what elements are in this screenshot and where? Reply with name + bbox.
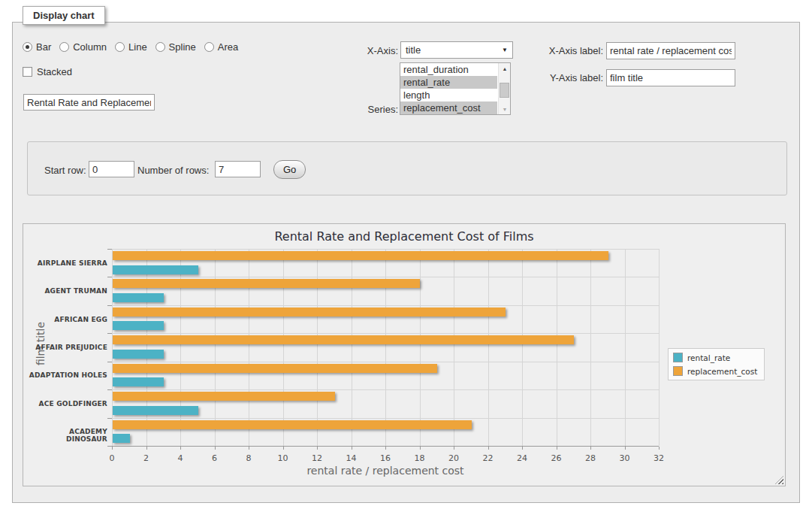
chart-plot-area: rental rate / replacement cost film titl… bbox=[112, 249, 659, 446]
chart-type-radio-area[interactable]: Area bbox=[204, 41, 238, 53]
start-row-input[interactable] bbox=[89, 161, 134, 177]
chart-title-input[interactable] bbox=[23, 94, 155, 111]
start-row-label: Start row: bbox=[44, 165, 86, 176]
row-range-panel: Start row: Number of rows: Go bbox=[27, 141, 787, 195]
x-axis-tick-label: 24 bbox=[511, 453, 533, 463]
scroll-up-icon[interactable]: ▲ bbox=[499, 63, 511, 74]
series-option-rental_rate[interactable]: rental_rate bbox=[400, 76, 497, 89]
bar-replacement_cost bbox=[113, 364, 437, 373]
chart-type-radio-spline[interactable]: Spline bbox=[155, 41, 196, 53]
radio-label: Line bbox=[128, 41, 147, 53]
series-option-replacement_cost[interactable]: replacement_cost bbox=[400, 101, 497, 114]
stacked-checkbox-row[interactable]: Stacked bbox=[23, 66, 72, 77]
x-axis-select-label: X-Axis: bbox=[353, 45, 398, 56]
legend-swatch-icon bbox=[673, 353, 683, 362]
x-axis-tick-label: 26 bbox=[545, 453, 568, 463]
gridline-vertical bbox=[215, 249, 216, 446]
series-list-scrollbar[interactable]: ▲ ▼ bbox=[498, 63, 510, 114]
x-axis-tick-label: 16 bbox=[374, 453, 397, 463]
x-axis-tick bbox=[557, 447, 557, 450]
series-option-rental_duration[interactable]: rental_duration bbox=[400, 63, 497, 76]
y-axis-tick bbox=[107, 249, 112, 250]
gridline-vertical bbox=[590, 249, 591, 446]
gridline-horizontal bbox=[112, 362, 659, 362]
category-label: AIRPLANE SIERRA bbox=[26, 259, 107, 267]
gridline-vertical bbox=[249, 249, 249, 446]
x-axis-tick bbox=[249, 447, 249, 450]
legend-label: rental_rate bbox=[687, 353, 730, 362]
series-option-length[interactable]: length bbox=[400, 89, 497, 101]
radio-icon[interactable] bbox=[115, 42, 125, 52]
x-axis-tick-label: 10 bbox=[272, 453, 294, 463]
x-axis-tick bbox=[625, 447, 626, 450]
x-axis-select[interactable]: title ▼ bbox=[400, 41, 513, 59]
stacked-label: Stacked bbox=[37, 66, 72, 77]
x-axis-selected-value: title bbox=[406, 44, 502, 56]
x-axis-tick bbox=[180, 447, 181, 450]
radio-label: Column bbox=[73, 41, 107, 53]
category-label: ACADEMY DINOSAUR bbox=[26, 428, 107, 443]
category-label: AFRICAN EGG bbox=[26, 316, 107, 323]
series-multiselect[interactable]: ▲ ▼ rental_durationrental_ratelengthrepl… bbox=[400, 62, 511, 115]
x-axis-tick bbox=[522, 447, 523, 450]
radio-icon[interactable] bbox=[59, 42, 69, 52]
resize-grip-icon[interactable] bbox=[775, 476, 783, 484]
x-axis-tick bbox=[659, 447, 660, 450]
gridline-vertical bbox=[522, 249, 523, 446]
bar-rental_rate bbox=[113, 406, 198, 415]
x-axis-tick-label: 12 bbox=[306, 453, 328, 463]
bar-rental_rate bbox=[113, 350, 164, 359]
go-button[interactable]: Go bbox=[273, 160, 306, 179]
gridline-vertical bbox=[180, 249, 181, 446]
y-axis-tick bbox=[107, 333, 112, 334]
category-label: AGENT TRUMAN bbox=[26, 287, 107, 295]
gridline-vertical bbox=[488, 249, 489, 446]
select-dropdown-icon: ▼ bbox=[502, 47, 508, 53]
x-axis-tick-label: 28 bbox=[579, 453, 602, 463]
x-axis-tick-label: 22 bbox=[477, 453, 500, 463]
x-axis-tick bbox=[420, 447, 421, 450]
number-of-rows-input[interactable] bbox=[215, 161, 261, 177]
x-axis-tick bbox=[215, 447, 216, 450]
x-axis-tick bbox=[112, 447, 113, 450]
scroll-down-icon[interactable]: ▼ bbox=[499, 104, 511, 114]
gridline-vertical bbox=[112, 249, 113, 446]
gridline-vertical bbox=[454, 249, 454, 446]
x-axis-line bbox=[112, 446, 659, 447]
gridline-vertical bbox=[385, 249, 386, 446]
gridline-vertical bbox=[352, 249, 352, 446]
chart-container: Rental Rate and Replacement Cost of Film… bbox=[23, 223, 786, 486]
stacked-checkbox[interactable] bbox=[23, 67, 32, 77]
y-axis-tick bbox=[107, 418, 112, 419]
radio-icon[interactable] bbox=[155, 42, 165, 52]
x-axis-tick-label: 20 bbox=[442, 453, 465, 463]
legend-item-rental_rate[interactable]: rental_rate bbox=[673, 353, 757, 362]
gridline-vertical bbox=[146, 249, 147, 446]
y-axis-label-input[interactable] bbox=[606, 69, 735, 86]
bar-replacement_cost bbox=[113, 335, 574, 344]
chart-type-radio-bar[interactable]: Bar bbox=[23, 41, 51, 53]
bar-rental_rate bbox=[113, 321, 164, 330]
legend-swatch-icon bbox=[673, 366, 683, 376]
radio-icon[interactable] bbox=[23, 42, 32, 52]
x-axis-label-caption: X-Axis label: bbox=[537, 45, 603, 56]
x-axis-tick bbox=[146, 447, 147, 450]
x-axis-tick bbox=[317, 447, 318, 450]
y-axis-tick bbox=[107, 305, 112, 306]
x-axis-tick-label: 4 bbox=[169, 453, 192, 463]
category-label: ACE GOLDFINGER bbox=[26, 400, 107, 407]
display-chart-page: Display chart BarColumnLineSplineArea St… bbox=[0, 0, 812, 512]
x-axis-label-input[interactable] bbox=[606, 42, 735, 59]
bar-rental_rate bbox=[113, 377, 164, 386]
y-axis-tick bbox=[107, 389, 112, 390]
chart-type-radio-column[interactable]: Column bbox=[59, 41, 107, 53]
scrollbar-thumb[interactable] bbox=[500, 83, 509, 98]
x-axis-tick-label: 6 bbox=[204, 453, 226, 463]
gridline-vertical bbox=[557, 249, 557, 446]
legend-item-replacement_cost[interactable]: replacement_cost bbox=[673, 366, 757, 376]
x-axis-tick-label: 18 bbox=[409, 453, 431, 463]
gridline-horizontal bbox=[112, 305, 659, 306]
radio-label: Spline bbox=[169, 41, 196, 53]
radio-icon[interactable] bbox=[204, 42, 214, 52]
chart-type-radio-line[interactable]: Line bbox=[115, 41, 147, 53]
